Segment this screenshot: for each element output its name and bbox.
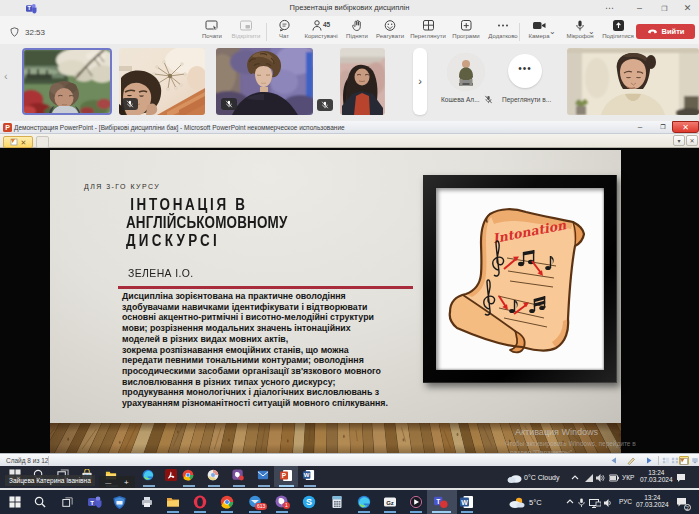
zoom-out-button[interactable]: —: [105, 480, 111, 486]
video-tile-participant-1[interactable]: [22, 48, 112, 115]
local-weather-text[interactable]: 5°C: [529, 498, 542, 507]
shared-edge-icon[interactable]: [142, 469, 154, 481]
local-edge-icon[interactable]: [357, 495, 371, 509]
slide-title-line: АНГЛІЙСЬКОМОВНОМУ: [126, 214, 287, 232]
unpin-button[interactable]: Відкріпити: [228, 19, 264, 39]
strip-prev-chevron[interactable]: ‹: [4, 70, 8, 82]
local-opera-icon[interactable]: [193, 495, 207, 509]
window-minimize-button[interactable]: –: [635, 4, 644, 13]
leave-button[interactable]: Вийти: [636, 24, 695, 39]
ppt-tab-close-icon[interactable]: ✕: [21, 139, 27, 146]
window-restore-button[interactable]: ❐: [660, 4, 669, 13]
next-slide-button[interactable]: [645, 457, 653, 464]
ppt-tabbar: ✕ ▾ ✕: [0, 134, 699, 148]
running-indicator: [194, 511, 206, 513]
ppt-close-button[interactable]: ✕: [672, 121, 699, 133]
slide-body-line: висловлювання в різних типах усного диск…: [122, 377, 432, 388]
view-button[interactable]: Переглянути: [408, 19, 448, 39]
local-taskview-icon[interactable]: [62, 497, 73, 508]
video-tile-participant-3[interactable]: [216, 48, 313, 115]
shared-viber-icon[interactable]: [232, 469, 244, 481]
local-gz-app-icon[interactable]: Gz: [383, 495, 397, 509]
shared-battery-icon[interactable]: [609, 474, 619, 482]
shared-weather-text[interactable]: 0°C Cloudy: [524, 474, 559, 481]
local-explorer-icon[interactable]: [166, 495, 180, 509]
local-skype-icon[interactable]: S: [302, 495, 316, 509]
pen-menu-button[interactable]: [627, 456, 636, 465]
shield-icon: [10, 27, 19, 37]
local-tray-expand[interactable]: [566, 499, 574, 504]
local-teams-icon[interactable]: T: [88, 495, 102, 509]
window-close-button[interactable]: ✕: [683, 4, 692, 13]
more-participants-button[interactable]: •••: [508, 54, 542, 88]
local-printer-icon[interactable]: [140, 495, 154, 509]
prev-slide-button[interactable]: [610, 457, 618, 464]
local-word-icon[interactable]: W: [460, 495, 474, 509]
mic-muted-glyph: [126, 100, 134, 108]
windows-activation-watermark: Активация Windows: [515, 427, 598, 437]
ppt-restore-button[interactable]: ❐: [655, 123, 671, 133]
mic-dropdown-chevron[interactable]: ⌄: [588, 27, 595, 36]
ppt-menu-dropdown-button[interactable]: ▾: [673, 135, 685, 146]
shared-mail-icon[interactable]: [257, 469, 269, 481]
participant-avatar-name: Кошева Ал...: [441, 96, 480, 103]
local-calculator-icon[interactable]: [330, 495, 344, 509]
shared-language-indicator[interactable]: УКР: [622, 474, 634, 481]
raise-hand-button[interactable]: Підняти: [342, 19, 372, 39]
shared-notification-icon[interactable]: [676, 473, 686, 482]
local-clock[interactable]: 13:24 07.03.2024: [636, 494, 669, 508]
shared-acrobat-icon[interactable]: [165, 469, 177, 481]
local-weather-icon[interactable]: [508, 497, 525, 508]
ppt-minimize-button[interactable]: –: [630, 122, 650, 132]
slideshow-view-button[interactable]: [690, 456, 699, 465]
video-tile-participant-2[interactable]: [119, 48, 205, 115]
strip-next-button[interactable]: ›: [413, 48, 427, 115]
more-button[interactable]: Додатково: [484, 19, 522, 39]
ppt-slideshow-tab[interactable]: ✕: [3, 136, 33, 148]
local-shield-app-icon[interactable]: [112, 495, 127, 510]
zoom-in-button[interactable]: +: [124, 478, 129, 487]
slide-kicker: ДЛЯ 3-ГО КУРСУ: [84, 183, 160, 190]
ppt-tab-stub[interactable]: [36, 136, 49, 148]
shared-chrome-beta-icon[interactable]: [207, 469, 219, 481]
shared-volume-icon[interactable]: [596, 474, 605, 482]
ppt-exit-show-button[interactable]: ✕: [686, 135, 698, 146]
local-display-icon[interactable]: [589, 499, 601, 508]
shared-clock[interactable]: 13:24 07.03.2024: [640, 469, 673, 483]
local-start-button[interactable]: [9, 496, 21, 508]
local-volume-icon[interactable]: [604, 499, 613, 507]
shared-network-icon[interactable]: [585, 474, 593, 482]
chat-button[interactable]: Чат: [271, 19, 297, 39]
share-button[interactable]: Поділитися: [598, 19, 638, 39]
shared-weather-icon[interactable]: [507, 473, 522, 483]
participant-2-muted-icon: [122, 98, 138, 110]
clock-date: 07.03.2024: [636, 501, 669, 508]
start-button[interactable]: Почати: [196, 19, 228, 39]
shared-word-icon[interactable]: W: [303, 469, 315, 481]
video-tile-participant-4[interactable]: [340, 48, 385, 115]
apps-button[interactable]: Програми: [448, 19, 484, 39]
shared-ppt-active-bg[interactable]: P: [274, 466, 298, 487]
local-chrome-icon[interactable]: [220, 495, 234, 509]
slide-author: ЗЕЛЕНА І.О.: [128, 267, 194, 279]
ppt-window-title: Демонстрация PowerPoint - [Вибіркові дис…: [14, 124, 345, 131]
participant-avatar[interactable]: [447, 53, 485, 91]
local-mic-tray-icon[interactable]: [578, 498, 585, 508]
shared-chrome-icon[interactable]: [182, 469, 194, 481]
video-tile-presenter[interactable]: [567, 48, 699, 115]
local-media-player-icon[interactable]: [409, 495, 423, 509]
teams-meeting-toolbar: 32:53 Почати Відкріпити Чат: [0, 16, 699, 44]
local-teams-active-icon[interactable]: T: [434, 495, 448, 509]
local-search-icon[interactable]: [34, 496, 46, 508]
people-button[interactable]: 45 Користувачі: [300, 19, 342, 39]
react-button[interactable]: Реагувати: [372, 19, 408, 39]
slide: ДЛЯ 3-ГО КУРСУ ІНТОНАЦІЯ В АНГЛІЙСЬКОМОВ…: [50, 150, 621, 453]
running-indicator: [304, 485, 316, 487]
shared-tray-expand[interactable]: [571, 475, 579, 480]
local-language-indicator[interactable]: РУС: [619, 498, 632, 505]
camera-dropdown-chevron[interactable]: ⌄: [549, 27, 556, 36]
window-more-button[interactable]: ⋯: [605, 4, 614, 13]
gz-icon-letter: Gz: [386, 500, 394, 506]
reading-view-button[interactable]: [679, 456, 689, 465]
ppt-statusbar: Слайд 8 из 12: [0, 453, 699, 466]
